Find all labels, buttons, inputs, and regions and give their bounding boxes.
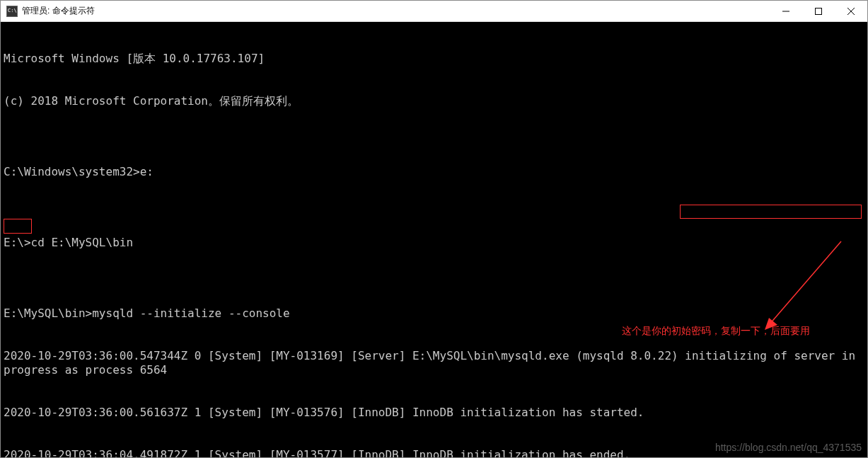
annotation-arrow bbox=[715, 220, 821, 319]
terminal-line: 2020-10-29T03:36:04.491872Z 1 [System] [… bbox=[4, 448, 864, 457]
window-title: 管理员: 命令提示符 bbox=[22, 5, 770, 17]
maximize-button[interactable] bbox=[802, 1, 835, 21]
terminal-line: C:\Windows\system32>e: bbox=[4, 165, 864, 179]
terminal-output[interactable]: Microsoft Windows [版本 10.0.17763.107] (c… bbox=[1, 22, 867, 457]
terminal-line: E:\>cd E:\MySQL\bin bbox=[4, 236, 864, 250]
titlebar[interactable]: 管理员: 命令提示符 bbox=[1, 1, 867, 22]
close-button[interactable] bbox=[835, 1, 867, 21]
annotation-text: 这个是你的初始密码，复制一下，后面要用 bbox=[622, 324, 810, 338]
command-prompt-window: 管理员: 命令提示符 Microsoft Windows [版本 10.0.17… bbox=[0, 0, 868, 458]
highlight-box-password bbox=[680, 205, 862, 219]
cmd-icon bbox=[6, 6, 18, 17]
window-controls bbox=[770, 1, 867, 21]
terminal-line: (c) 2018 Microsoft Corporation。保留所有权利。 bbox=[4, 94, 864, 108]
terminal-line: Microsoft Windows [版本 10.0.17763.107] bbox=[4, 52, 864, 66]
terminal-line: 2020-10-29T03:36:00.547344Z 0 [System] [… bbox=[4, 349, 864, 377]
svg-rect-1 bbox=[816, 8, 822, 14]
highlight-box-password-wrap bbox=[4, 219, 32, 234]
minimize-button[interactable] bbox=[770, 1, 802, 21]
terminal-line: E:\MySQL\bin>mysqld --initialize --conso… bbox=[4, 307, 864, 321]
terminal-line: 2020-10-29T03:36:00.561637Z 1 [System] [… bbox=[4, 406, 864, 420]
